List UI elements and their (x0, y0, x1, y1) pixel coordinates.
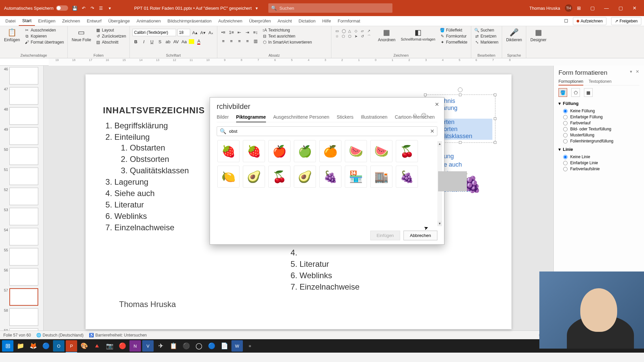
dialog-scrollbar[interactable]: ▲ ▼ (437, 141, 442, 226)
italic-icon[interactable]: I (141, 38, 147, 45)
font-name-input[interactable] (132, 29, 176, 36)
feedback-frown-icon[interactable]: ☹ (421, 112, 427, 119)
smartart-button[interactable]: ⬡In SmartArt konvertieren (262, 40, 313, 45)
telegram-icon[interactable]: ✈ (155, 340, 166, 352)
font-color-icon[interactable]: A (196, 38, 202, 45)
pane-tab-text[interactable]: Textoptionen (589, 79, 611, 84)
pictogram-cell[interactable]: 🥑 (243, 166, 265, 188)
fill-section-header[interactable]: ▾Füllung (558, 101, 639, 106)
app-icon-1[interactable]: 🎨 (78, 340, 90, 352)
shape-fill-button[interactable]: 🪣Fülleffekt (439, 27, 468, 33)
app-icon-3[interactable]: 🔴 (117, 340, 128, 352)
app-icon-4[interactable]: 📋 (168, 340, 179, 352)
pictogram-cell[interactable]: 🍓 (243, 140, 265, 162)
designer-button[interactable]: ▦Designer (529, 27, 548, 43)
fill-radio[interactable] (563, 109, 568, 113)
fill-option[interactable]: Einfarbige Füllung (558, 114, 639, 120)
tab-zeichnen[interactable]: Zeichnen (59, 16, 83, 25)
pictogram-cell[interactable]: 🍒 (396, 140, 418, 162)
resize-handle[interactable] (494, 117, 496, 120)
maximize-icon[interactable]: ▢ (614, 3, 627, 13)
search-box[interactable]: 🔍 (268, 3, 392, 13)
tab-uebergaenge[interactable]: Übergänge (105, 16, 133, 25)
text-direction-button[interactable]: ↕ATextrichtung (262, 27, 313, 33)
close-icon[interactable]: ✕ (628, 3, 641, 13)
slide-thumbnail[interactable] (9, 308, 38, 326)
scroll-down-icon[interactable]: ▼ (437, 221, 442, 226)
slide-thumbnail[interactable] (9, 168, 38, 185)
autosave-toggle[interactable]: Automatisches Speichern (4, 5, 68, 11)
tab-dictation[interactable]: Dictation (295, 16, 319, 25)
scroll-up-icon[interactable]: ▲ (437, 141, 442, 146)
fill-option[interactable]: Folienhintergrundfüllung (558, 138, 639, 144)
slide-thumbnail[interactable] (9, 268, 38, 286)
resize-handle[interactable] (459, 141, 462, 144)
resize-handle[interactable] (424, 94, 427, 96)
pictogram-cell[interactable]: 🍒 (268, 166, 290, 188)
line-radio[interactable] (563, 155, 568, 159)
slide-thumbnail[interactable] (9, 248, 38, 265)
fill-option[interactable]: Musterfüllung (558, 132, 639, 138)
bullets-icon[interactable]: •≡ (220, 29, 227, 36)
clear-search-icon[interactable]: ✕ (430, 128, 434, 134)
slide-thumbnail[interactable] (9, 87, 38, 105)
line-section-header[interactable]: ▾Linie (558, 147, 639, 152)
tab-entwurf[interactable]: Entwurf (84, 16, 105, 25)
tab-animationen[interactable]: Animationen (133, 16, 164, 25)
pictogram-cell[interactable]: 🍇 (396, 166, 418, 188)
language-status[interactable]: 🌐Deutsch (Deutschland) (36, 333, 84, 338)
pictogram-cell[interactable]: 🍊 (319, 140, 341, 162)
fill-radio[interactable] (563, 127, 568, 131)
highlight-icon[interactable] (189, 39, 194, 44)
slide-thumbnail[interactable] (9, 147, 38, 165)
line-option[interactable]: Farbverlaufslinie (558, 166, 639, 172)
firefox-icon[interactable]: 🦊 (28, 340, 39, 352)
app-icon-8[interactable]: ▫ (244, 340, 256, 352)
qat-more-icon[interactable]: ▾ (107, 5, 112, 11)
pictogram-cell[interactable]: 🍋 (217, 166, 239, 188)
fill-radio[interactable] (563, 121, 568, 125)
reset-button[interactable]: ↺Zurücksetzen (95, 34, 127, 39)
pictogram-cell[interactable]: 🍓 (217, 140, 239, 162)
slide-thumbnail[interactable] (9, 127, 38, 145)
columns-icon[interactable]: ▥ (252, 38, 259, 44)
user-avatar[interactable]: TH (565, 4, 572, 12)
resize-handle[interactable] (494, 141, 496, 144)
autosave-switch[interactable] (56, 5, 68, 11)
fill-radio[interactable] (563, 133, 568, 137)
line-radio[interactable] (563, 161, 568, 165)
file-dropdown-icon[interactable]: ▾ (256, 6, 258, 11)
minimize-icon[interactable]: — (600, 3, 613, 13)
fill-line-tab-icon[interactable]: 🪣 (558, 88, 567, 97)
dialog-tab[interactable]: Illustrationen (361, 114, 387, 122)
file-explorer-icon[interactable]: 📁 (15, 340, 26, 352)
line-option[interactable]: Keine Linie (558, 154, 639, 160)
save-icon[interactable]: 💾 (72, 5, 77, 11)
tab-ueberpruefen[interactable]: Überprüfen (246, 16, 274, 25)
tab-bildschirm[interactable]: Bildschirmpräsentation (164, 16, 215, 25)
slide-thumbnail[interactable] (9, 328, 38, 330)
accessibility-status[interactable]: ♿Barrierefreiheit: Untersuchen (89, 333, 147, 338)
dialog-search[interactable]: 🔍 ✕ (217, 126, 437, 136)
pane-dropdown-icon[interactable]: ▾ (630, 69, 632, 74)
vlc-icon[interactable]: 🔺 (91, 340, 103, 352)
dialog-tab[interactable]: Stickers (337, 114, 354, 122)
app-icon-2[interactable]: 📷 (104, 340, 115, 352)
justify-icon[interactable]: ≡ (244, 38, 251, 44)
align-left-icon[interactable]: ≡ (220, 38, 227, 44)
start-button[interactable]: ⊞ (2, 340, 13, 352)
size-tab-icon[interactable]: ▦ (584, 88, 593, 97)
pictogram-cell[interactable]: 🍉 (345, 140, 367, 162)
find-button[interactable]: 🔍Suchen (474, 27, 499, 33)
app-icon-6[interactable]: 🔵 (206, 340, 217, 352)
search-input[interactable] (279, 6, 390, 11)
dialog-tab[interactable]: Piktogramme (236, 114, 266, 122)
pictogram-cell[interactable]: 🍉 (370, 140, 392, 162)
format-painter-button[interactable]: 🖌Format übertragen (24, 40, 64, 45)
new-slide-button[interactable]: ▭Neue Folie (70, 27, 93, 43)
align-right-icon[interactable]: ≡ (236, 38, 243, 44)
share-button[interactable]: ↗Freigeben (611, 17, 641, 25)
arrange-button[interactable]: ▦Anordnen (377, 27, 397, 43)
slide-thumbnail[interactable] (9, 208, 38, 225)
copy-button[interactable]: ⧉Kopieren (24, 34, 64, 39)
